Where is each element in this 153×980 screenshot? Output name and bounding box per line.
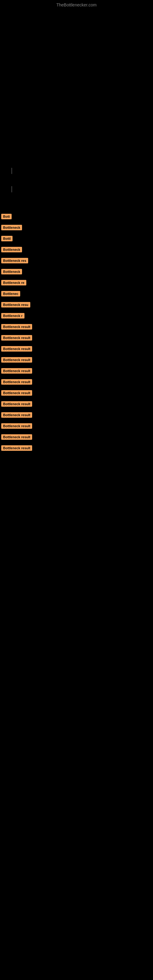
result-label-11[interactable]: Bottleneck result bbox=[1, 324, 32, 329]
result-label-10[interactable]: Bottleneck r bbox=[1, 313, 24, 318]
result-label-2[interactable]: Bottleneck bbox=[1, 225, 22, 230]
result-item-1: Bott bbox=[0, 214, 153, 221]
result-label-6[interactable]: Bottleneck bbox=[1, 269, 22, 274]
result-item-10: Bottleneck r bbox=[0, 313, 153, 320]
result-label-19[interactable]: Bottleneck result bbox=[1, 412, 32, 418]
result-item-15: Bottleneck result bbox=[0, 368, 153, 375]
result-label-4[interactable]: Bottleneck bbox=[1, 247, 22, 252]
result-item-20: Bottleneck result bbox=[0, 423, 153, 430]
result-label-20[interactable]: Bottleneck result bbox=[1, 423, 32, 429]
result-item-21: Bottleneck result bbox=[0, 434, 153, 441]
result-item-9: Bottleneck resu bbox=[0, 302, 153, 309]
site-title: TheBottlenecker.com bbox=[0, 0, 153, 9]
result-label-22[interactable]: Bottleneck result bbox=[1, 445, 32, 451]
result-label-14[interactable]: Bottleneck result bbox=[1, 357, 32, 363]
site-header: TheBottlenecker.com bbox=[0, 0, 153, 9]
result-item-19: Bottleneck result bbox=[0, 412, 153, 419]
result-item-12: Bottleneck result bbox=[0, 335, 153, 342]
result-label-5[interactable]: Bottleneck res bbox=[1, 258, 28, 263]
result-item-3: Bottl bbox=[0, 236, 153, 243]
spacer-1 bbox=[0, 192, 153, 202]
result-item-13: Bottleneck result bbox=[0, 346, 153, 353]
result-label-3[interactable]: Bottl bbox=[1, 236, 13, 241]
result-label-18[interactable]: Bottleneck result bbox=[1, 401, 32, 407]
result-item-6: Bottleneck bbox=[0, 269, 153, 275]
result-item-2: Bottleneck bbox=[0, 225, 153, 232]
result-label-12[interactable]: Bottleneck result bbox=[1, 335, 32, 340]
result-item-16: Bottleneck result bbox=[0, 379, 153, 386]
result-label-21[interactable]: Bottleneck result bbox=[1, 434, 32, 440]
result-label-7[interactable]: Bottleneck re bbox=[1, 280, 26, 285]
result-item-8: Bottlenec bbox=[0, 291, 153, 298]
result-item-17: Bottleneck result bbox=[0, 390, 153, 397]
result-item-5: Bottleneck res bbox=[0, 258, 153, 265]
results-section: BottBottleneckBottlBottleneckBottleneck … bbox=[0, 211, 153, 452]
result-label-1[interactable]: Bott bbox=[1, 214, 12, 219]
result-item-11: Bottleneck result bbox=[0, 324, 153, 331]
result-label-8[interactable]: Bottlenec bbox=[1, 291, 20, 296]
result-item-22: Bottleneck result bbox=[0, 445, 153, 452]
result-label-16[interactable]: Bottleneck result bbox=[1, 379, 32, 385]
result-label-13[interactable]: Bottleneck result bbox=[1, 346, 32, 352]
result-item-18: Bottleneck result bbox=[0, 401, 153, 408]
result-label-17[interactable]: Bottleneck result bbox=[1, 390, 32, 396]
chart-area bbox=[0, 9, 153, 192]
result-label-15[interactable]: Bottleneck result bbox=[1, 368, 32, 374]
result-item-7: Bottleneck re bbox=[0, 280, 153, 286]
result-label-9[interactable]: Bottleneck resu bbox=[1, 302, 30, 307]
result-item-14: Bottleneck result bbox=[0, 357, 153, 364]
spacer-2 bbox=[0, 202, 153, 211]
result-item-4: Bottleneck bbox=[0, 247, 153, 254]
